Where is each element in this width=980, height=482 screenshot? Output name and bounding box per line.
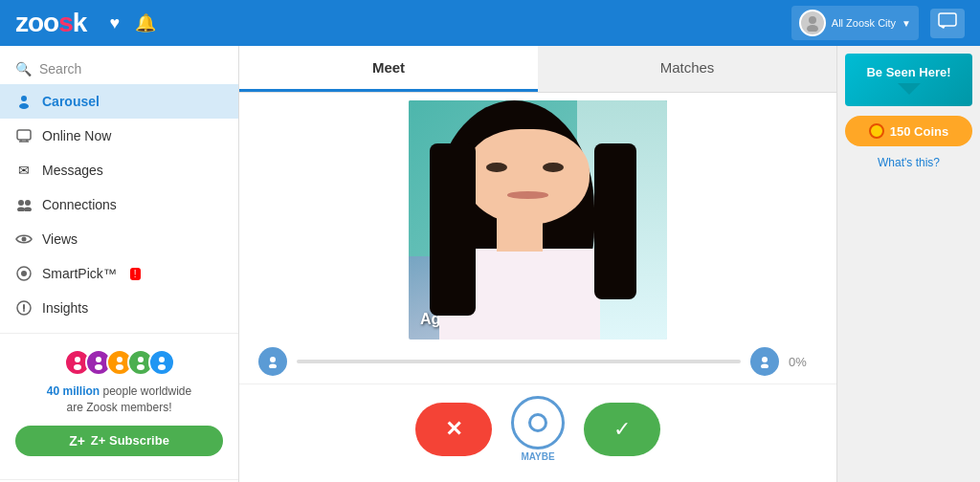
sidebar-item-smartpick[interactable]: SmartPick™ ! [0, 256, 238, 291]
svg-point-26 [158, 364, 166, 370]
be-seen-banner[interactable]: Be Seen Here! [845, 54, 972, 106]
match-percent: 0% [789, 355, 817, 369]
svg-point-12 [24, 208, 32, 212]
svg-point-3 [21, 96, 27, 101]
svg-point-13 [22, 237, 27, 242]
sidebar-views-label: Views [42, 231, 78, 247]
content-area: Meet Matches [239, 46, 836, 482]
sidebar-item-insights[interactable]: Insights [0, 291, 238, 325]
svg-point-24 [137, 364, 145, 370]
sidebar-item-messages[interactable]: ✉ Messages [0, 153, 238, 187]
profile-area: Age: 24 0% ✕ [239, 93, 836, 482]
header-icons: ♥ 🔔 [109, 12, 156, 33]
views-icon [15, 230, 33, 248]
header-right: All Zoosk City ▼ [791, 6, 965, 40]
coins-button[interactable]: 150 Coins [845, 116, 972, 146]
search-item[interactable]: 🔍 Search [0, 54, 238, 84]
svg-point-17 [75, 357, 80, 362]
subscribe-z-icon: Z+ [69, 433, 85, 449]
right-sidebar: Be Seen Here! 150 Coins What's this? [836, 46, 980, 482]
avatar-group [15, 349, 223, 376]
tab-meet[interactable]: Meet [239, 46, 538, 92]
svg-point-10 [17, 208, 25, 212]
favorites-icon[interactable]: ♥ [109, 13, 120, 33]
svg-point-4 [19, 103, 29, 109]
sidebar-item-connections[interactable]: Connections [0, 187, 238, 222]
tab-matches-label: Matches [660, 59, 715, 76]
svg-point-28 [269, 364, 277, 369]
maybe-circle-icon [528, 413, 547, 432]
svg-point-19 [96, 357, 101, 362]
subscribe-label: Z+ Subscribe [91, 433, 169, 448]
svg-point-22 [116, 364, 123, 370]
header: zoosk ♥ 🔔 All Zoosk City ▼ [0, 0, 980, 46]
svg-rect-5 [17, 130, 31, 140]
svg-point-18 [74, 364, 81, 370]
user-name-header: All Zoosk City [832, 17, 896, 29]
svg-point-29 [762, 357, 768, 362]
community-avatar-5 [148, 349, 175, 376]
svg-point-1 [807, 25, 818, 32]
profile-image-container[interactable]: Age: 24 [409, 100, 667, 340]
match-slider-track[interactable] [297, 360, 741, 363]
svg-point-20 [95, 364, 102, 370]
svg-point-25 [159, 357, 165, 362]
be-seen-label: Be Seen Here! [866, 65, 950, 79]
whats-this-link[interactable]: What's this? [878, 156, 940, 169]
user-profile-area[interactable]: All Zoosk City ▼ [791, 6, 919, 40]
search-icon: 🔍 [15, 61, 32, 77]
sidebar-item-online-now[interactable]: Online Now [0, 119, 238, 153]
maybe-container: MAYBE [511, 396, 565, 462]
sidebar-carousel-label: Carousel [42, 94, 100, 109]
maybe-label: MAYBE [521, 451, 554, 462]
community-desc1: people worldwide [100, 384, 191, 398]
sidebar-messages-label: Messages [42, 163, 103, 178]
sidebar-online-now-label: Online Now [42, 128, 111, 143]
svg-point-15 [21, 271, 27, 276]
sidebar-footer: 🌐 English Privacy · Terms · Cookies [0, 479, 238, 482]
match-slider-area: 0% [239, 340, 836, 383]
smartpick-icon [15, 265, 33, 282]
sidebar-item-views[interactable]: Views [0, 222, 238, 256]
coin-icon [869, 123, 884, 139]
sidebar: 🔍 Search Carousel Online Now ✉ Messages … [0, 46, 239, 482]
community-text: 40 million people worldwide are Zoosk me… [15, 383, 223, 416]
action-buttons: ✕ MAYBE ✓ [239, 383, 836, 473]
messages-icon: ✉ [15, 162, 33, 179]
yes-button[interactable]: ✓ [584, 403, 660, 456]
insights-icon [15, 299, 33, 317]
maybe-button[interactable] [511, 396, 565, 449]
coins-label: 150 Coins [890, 124, 948, 139]
svg-point-11 [25, 200, 31, 206]
svg-point-27 [270, 357, 276, 362]
sidebar-insights-label: Insights [42, 300, 88, 316]
no-button[interactable]: ✕ [415, 403, 492, 456]
svg-rect-2 [939, 13, 956, 26]
tabs-bar: Meet Matches [239, 46, 836, 93]
chat-icon[interactable] [930, 9, 965, 38]
svg-point-23 [138, 357, 144, 362]
main-layout: 🔍 Search Carousel Online Now ✉ Messages … [0, 46, 980, 482]
dropdown-arrow-icon: ▼ [902, 18, 911, 29]
yes-icon: ✓ [613, 417, 631, 442]
tab-matches[interactable]: Matches [538, 46, 836, 92]
svg-point-9 [18, 200, 24, 206]
search-label: Search [39, 61, 81, 77]
sidebar-item-carousel[interactable]: Carousel [0, 84, 238, 119]
svg-point-21 [117, 357, 122, 362]
community-desc2: are Zoosk members! [66, 401, 171, 414]
logo[interactable]: zoosk [15, 8, 86, 38]
svg-point-0 [809, 16, 816, 24]
slider-left-icon [258, 347, 287, 376]
connections-icon [15, 196, 33, 213]
logo-heart: s [58, 8, 73, 37]
logo-text: zoosk [15, 8, 86, 37]
tab-meet-label: Meet [372, 59, 405, 76]
profile-image [409, 100, 667, 340]
subscribe-button[interactable]: Z+ Z+ Subscribe [15, 426, 223, 456]
notifications-icon[interactable]: 🔔 [135, 12, 156, 33]
no-icon: ✕ [445, 417, 462, 442]
slider-right-icon [750, 347, 779, 376]
community-count: 40 million [47, 384, 100, 398]
online-now-icon [15, 127, 33, 144]
